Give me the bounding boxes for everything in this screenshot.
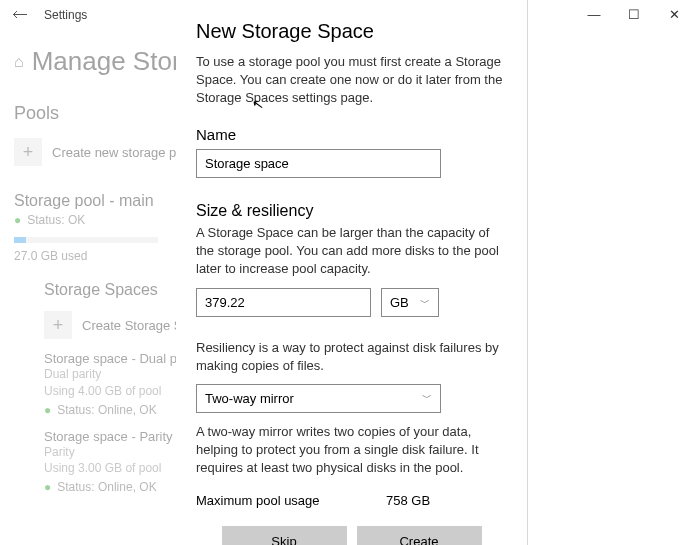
chevron-down-icon: ﹀ <box>420 296 430 310</box>
minimize-button[interactable]: — <box>574 0 614 30</box>
check-icon: ● <box>44 403 51 417</box>
create-button[interactable]: Create <box>357 526 482 545</box>
size-resiliency-header: Size & resiliency <box>196 202 507 220</box>
max-pool-usage-label: Maximum pool usage <box>196 493 386 508</box>
size-input[interactable] <box>196 288 371 317</box>
resiliency-value: Two-way mirror <box>205 391 294 406</box>
home-icon[interactable]: ⌂ <box>14 53 24 71</box>
size-description: A Storage Space can be larger than the c… <box>196 224 507 279</box>
resiliency-select[interactable]: Two-way mirror ﹀ <box>196 384 441 413</box>
new-storage-space-dialog: New Storage Space To use a storage pool … <box>176 0 528 545</box>
chevron-down-icon: ﹀ <box>422 391 432 405</box>
status-text: Status: Online, OK <box>57 480 156 494</box>
plus-icon: + <box>14 138 42 166</box>
max-pool-usage-value: 758 GB <box>386 493 430 508</box>
size-unit-select[interactable]: GB ﹀ <box>381 288 439 317</box>
close-button[interactable]: ✕ <box>654 0 694 30</box>
check-icon: ● <box>44 480 51 494</box>
usage-bar <box>14 237 158 243</box>
skip-button[interactable]: Skip <box>222 526 347 545</box>
dialog-intro: To use a storage pool you must first cre… <box>196 53 507 108</box>
maximize-button[interactable]: ☐ <box>614 0 654 30</box>
resiliency-detail: A two-way mirror writes two copies of yo… <box>196 423 507 478</box>
pool-status-text: Status: OK <box>27 213 85 227</box>
create-pool-label: Create new storage pool <box>52 145 194 160</box>
resiliency-description: Resiliency is a way to protect against d… <box>196 339 507 375</box>
status-text: Status: Online, OK <box>57 403 156 417</box>
dialog-title: New Storage Space <box>196 20 507 43</box>
back-button[interactable]: 🡐 <box>6 6 34 24</box>
check-icon: ● <box>14 213 21 227</box>
name-input[interactable] <box>196 149 441 178</box>
window-title: Settings <box>44 8 87 22</box>
plus-icon: + <box>44 311 72 339</box>
size-unit-value: GB <box>390 295 409 310</box>
name-label: Name <box>196 126 507 143</box>
